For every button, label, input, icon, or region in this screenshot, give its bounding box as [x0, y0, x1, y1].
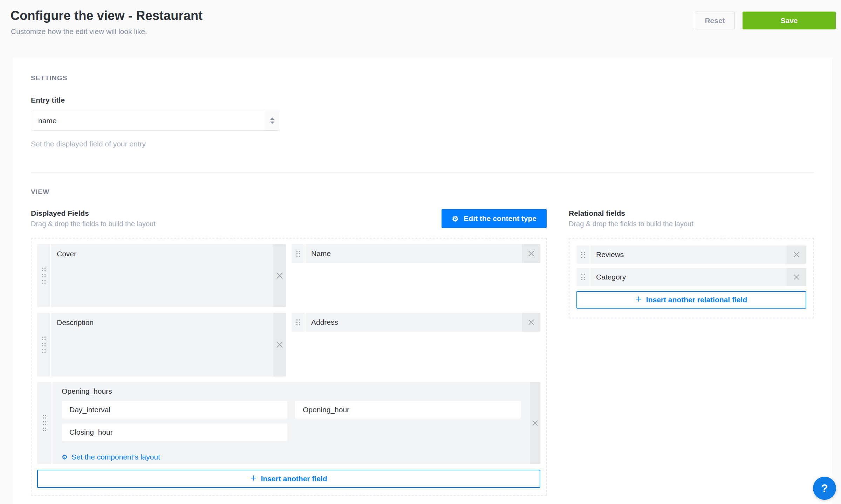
relational-fields-title: Relational fields	[569, 209, 693, 218]
remove-field-button[interactable]	[787, 268, 806, 286]
entry-title-select[interactable]: name	[31, 111, 280, 131]
displayed-fields-subtitle: Drag & drop the fields to build the layo…	[31, 220, 156, 228]
question-mark-icon: ?	[821, 482, 828, 495]
insert-relational-field-label: Insert another relational field	[646, 296, 747, 304]
close-icon	[527, 318, 535, 326]
configuration-card: SETTINGS Entry title name Set the displa…	[13, 57, 832, 504]
fields-col-right: Address	[292, 313, 540, 332]
relational-fields-heading: Relational fields Drag & drop the fields…	[569, 209, 693, 228]
close-icon	[275, 271, 284, 280]
drag-handle-icon[interactable]	[37, 313, 51, 377]
field-label-name: Name	[306, 244, 522, 263]
insert-field-button[interactable]: + Insert another field	[37, 470, 540, 488]
edit-content-type-label: Edit the content type	[464, 214, 536, 223]
fields-row: Description Address	[37, 313, 540, 377]
displayed-fields-column: Displayed Fields Drag & drop the fields …	[31, 206, 547, 496]
relational-field-row-reviews[interactable]: Reviews	[576, 246, 806, 264]
page-title: Configure the view - Restaurant	[11, 8, 203, 23]
view-columns: Displayed Fields Drag & drop the fields …	[31, 206, 814, 496]
section-divider	[31, 172, 814, 173]
field-row-name[interactable]: Name	[292, 244, 540, 263]
relational-field-row-category[interactable]: Category	[576, 268, 806, 286]
remove-field-button[interactable]	[273, 244, 286, 307]
drag-handle-icon[interactable]	[292, 244, 306, 263]
fields-row: Cover Name	[37, 244, 540, 307]
relational-fields-column: Relational fields Drag & drop the fields…	[569, 206, 814, 496]
field-label-cover: Cover	[51, 244, 273, 307]
reset-button[interactable]: Reset	[695, 12, 735, 29]
relational-fields-subtitle: Drag & drop the fields to build the layo…	[569, 220, 693, 228]
drag-handle-icon[interactable]	[576, 246, 590, 264]
field-row-description[interactable]: Description	[37, 313, 286, 377]
page-subtitle: Customize how the edit view will look li…	[11, 27, 147, 36]
component-row-opening-hours[interactable]: Opening_hours Day_interval Opening_hour …	[37, 382, 540, 464]
relational-field-label-category: Category	[590, 268, 787, 286]
help-button[interactable]: ?	[813, 477, 836, 500]
set-component-layout-label: Set the component's layout	[71, 453, 160, 461]
remove-field-button[interactable]	[522, 313, 540, 332]
drag-handle-icon[interactable]	[292, 313, 306, 332]
remove-component-button[interactable]	[530, 382, 540, 464]
component-field-day-interval[interactable]: Day_interval	[62, 401, 287, 419]
entry-title-label: Entry title	[31, 96, 814, 104]
relational-fields-header: Relational fields Drag & drop the fields…	[569, 206, 814, 228]
save-button[interactable]: Save	[743, 12, 836, 29]
fields-col-left: Description	[37, 313, 286, 377]
insert-relational-field-button[interactable]: + Insert another relational field	[576, 291, 806, 309]
plus-icon: +	[636, 294, 642, 304]
fields-col-right: Name	[292, 244, 540, 263]
header-actions: Reset Save	[695, 12, 836, 29]
drag-handle-icon[interactable]	[576, 268, 590, 286]
close-icon	[793, 273, 800, 281]
relational-field-label-reviews: Reviews	[590, 246, 787, 264]
field-label-address: Address	[306, 313, 522, 332]
plus-icon: +	[251, 473, 257, 483]
component-field-opening-hour[interactable]: Opening_hour	[295, 401, 521, 419]
view-section-label: VIEW	[31, 188, 814, 196]
close-icon	[275, 340, 284, 349]
displayed-fields-dropzone: Cover Name	[31, 238, 547, 496]
field-label-description: Description	[51, 313, 273, 377]
entry-title-select-value: name	[31, 111, 265, 130]
select-arrows-icon[interactable]	[265, 111, 280, 130]
settings-section-label: SETTINGS	[31, 74, 814, 82]
field-row-cover[interactable]: Cover	[37, 244, 286, 307]
displayed-fields-header: Displayed Fields Drag & drop the fields …	[31, 206, 547, 228]
component-title: Opening_hours	[62, 387, 521, 395]
close-icon	[793, 251, 800, 258]
edit-content-type-button[interactable]: ⚙ Edit the content type	[442, 209, 547, 228]
component-field-closing-hour[interactable]: Closing_hour	[62, 423, 287, 441]
field-row-address[interactable]: Address	[292, 313, 540, 332]
relational-fields-dropzone: Reviews Category + Insert another relati…	[569, 238, 814, 318]
drag-handle-icon[interactable]	[37, 382, 53, 464]
remove-field-button[interactable]	[522, 244, 540, 263]
close-icon	[531, 419, 539, 427]
gear-icon: ⚙	[452, 215, 458, 222]
insert-field-label: Insert another field	[261, 475, 327, 483]
gear-icon: ⚙	[62, 454, 68, 461]
component-fields-grid: Day_interval Opening_hour Closing_hour	[62, 401, 521, 441]
remove-field-button[interactable]	[273, 313, 286, 377]
component-body: Opening_hours Day_interval Opening_hour …	[53, 382, 530, 464]
entry-title-help-text: Set the displayed field of your entry	[31, 140, 814, 148]
fields-col-left: Cover	[37, 244, 286, 307]
remove-field-button[interactable]	[787, 246, 806, 264]
displayed-fields-heading: Displayed Fields Drag & drop the fields …	[31, 209, 156, 228]
displayed-fields-title: Displayed Fields	[31, 209, 156, 218]
page-header: Configure the view - Restaurant Customiz…	[0, 0, 841, 57]
drag-handle-icon[interactable]	[37, 244, 51, 307]
set-component-layout-link[interactable]: ⚙ Set the component's layout	[62, 453, 160, 461]
close-icon	[527, 250, 535, 257]
